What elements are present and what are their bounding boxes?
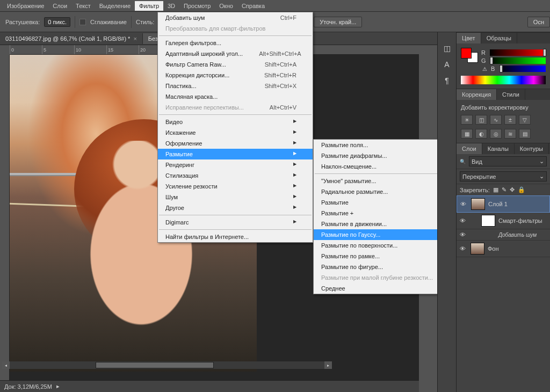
menu-item[interactable]: Галерея фильтров... [158,38,313,48]
history-icon[interactable]: ◫ [442,43,452,54]
layer-thumbnail[interactable] [481,215,495,227]
layer-name[interactable]: Слой 1 [488,201,508,207]
tab-paths[interactable]: Контуры [515,143,549,154]
gamut-warning-icon[interactable]: ⚠ [481,66,488,72]
menu-item[interactable]: Найти фильтры в Интернете... [158,231,313,242]
submenu-item[interactable]: Размытие по поверхности... [314,240,447,251]
visibility-icon[interactable]: 👁 [460,201,468,207]
menu-item[interactable]: Digimarc [158,217,313,228]
curves-icon[interactable]: ∿ [490,115,502,125]
layer-row[interactable]: 👁Добавить шум [457,229,550,241]
tab-layers[interactable]: Слои [457,143,482,154]
menu-item[interactable]: Шум [158,192,313,202]
submenu-item[interactable]: Размытие по фигуре... [314,262,447,272]
menu-item[interactable]: Искажение [158,127,313,138]
levels-icon[interactable]: ◫ [475,115,487,125]
layer-row[interactable]: 👁Слой 1 [457,195,550,213]
tab-swatches[interactable]: Образцы [481,33,517,43]
scroll-left-icon[interactable]: ◂ [2,361,10,369]
tab-channels[interactable]: Каналы [482,143,515,154]
brightness-icon[interactable]: ☀ [461,115,473,125]
layer-row[interactable]: 👁Смарт-фильтры [457,213,550,229]
layer-filter-dropdown[interactable]: Вид⌄ [469,156,547,166]
tab-color[interactable]: Цвет [457,33,481,43]
menu-item[interactable]: Добавить шумCtrl+F [158,12,313,23]
b-slider[interactable] [500,66,546,72]
submenu-item[interactable]: Размытие [314,197,447,208]
lock-pixels-icon[interactable]: ▦ [493,186,498,193]
submenu-item[interactable]: Размытие диафрагмы... [314,150,447,161]
menu-item[interactable]: Пластика...Shift+Ctrl+X [158,81,313,91]
scrollbar-horizontal[interactable]: ◂ ▸ [10,361,332,369]
menu-item[interactable]: Видео [158,117,313,127]
close-icon[interactable]: × [133,35,136,42]
menu-item[interactable]: Адаптивный широкий угол...Alt+Shift+Ctrl… [158,48,313,59]
photo-filter-icon[interactable]: ◎ [490,129,502,139]
lock-all-icon[interactable]: 🔒 [518,186,525,193]
lock-brush-icon[interactable]: ✎ [502,186,506,193]
menu-item[interactable]: Оформление [158,138,313,149]
visibility-icon[interactable]: 👁 [460,231,467,238]
submenu-item[interactable]: Размытие в движении... [314,219,447,229]
foreground-swatch[interactable] [461,48,472,59]
menu-выделение[interactable]: Выделение [95,1,135,11]
mixer-icon[interactable]: ≋ [504,129,516,139]
lookup-icon[interactable]: ▤ [519,129,531,139]
color-swatches[interactable] [461,48,478,72]
menu-текст[interactable]: Текст [71,1,95,11]
layer-name[interactable]: Смарт-фильтры [498,217,542,224]
tab-adjustments[interactable]: Коррекция [457,89,497,100]
ruler-vertical[interactable] [0,55,10,381]
lock-move-icon[interactable]: ✥ [510,186,515,193]
antialias-checkbox[interactable] [79,19,86,25]
scroll-thumb[interactable] [96,362,214,368]
right-button[interactable]: Осн [527,17,550,27]
menu-item[interactable]: Фильтр Camera Raw...Shift+Ctrl+A [158,59,313,70]
g-slider[interactable] [490,57,546,64]
scroll-right-icon[interactable]: ▸ [324,361,332,369]
layer-thumbnail[interactable] [471,243,484,255]
menu-фильтр[interactable]: Фильтр [135,1,163,11]
submenu-item[interactable]: Наклон-смещение... [314,161,447,172]
submenu-item[interactable]: Радиальное размытие... [314,186,447,197]
r-slider[interactable] [490,49,546,56]
document-tab[interactable]: 03110496827.jpg @ 66,7% (Слой 1, RGB/8#)… [0,33,143,44]
submenu-item[interactable]: Размытие поля... [314,140,447,150]
menu-слои[interactable]: Слои [48,1,71,11]
paragraph-icon[interactable]: ¶ [442,75,452,86]
menu-item[interactable]: Размытие [158,149,313,159]
feather-input[interactable]: 0 пикс. [44,17,70,27]
exposure-icon[interactable]: ± [504,115,516,125]
hue-icon[interactable]: ▦ [461,129,473,139]
submenu-item[interactable]: Размытие по рамке... [314,251,447,262]
menu-справка[interactable]: Справка [237,1,269,11]
menu-изображение[interactable]: Изображение [3,1,48,11]
search-icon[interactable]: 🔍 [460,159,466,164]
submenu-item[interactable]: "Умное" размытие... [314,176,447,186]
menu-просмотр[interactable]: Просмотр [179,1,215,11]
menu-item[interactable]: Другое [158,202,313,213]
tab-styles[interactable]: Стили [497,89,525,100]
menu-окно[interactable]: Окно [215,1,237,11]
visibility-icon[interactable]: 👁 [460,245,467,252]
layer-row[interactable]: 👁Фон [457,241,550,257]
menu-item[interactable]: Масляная краска... [158,91,313,102]
bw-icon[interactable]: ◐ [475,129,487,139]
menu-item[interactable]: Стилизация [158,170,313,181]
spectrum-bar[interactable] [461,76,546,84]
submenu-item[interactable]: Размытие + [314,208,447,219]
menu-item[interactable]: Коррекция дисторсии...Shift+Ctrl+R [158,70,313,81]
vibrance-icon[interactable]: ▽ [519,115,531,125]
submenu-item[interactable]: Среднее [314,283,447,294]
layer-name[interactable]: Фон [488,245,499,252]
menu-3d[interactable]: 3D [163,1,179,11]
submenu-item[interactable]: Размытие по Гауссу... [314,229,447,240]
menu-item[interactable]: Усиление резкости [158,181,313,192]
status-arrow-icon[interactable]: ▸ [56,383,60,390]
menu-item[interactable]: Рендеринг [158,159,313,170]
refine-edge-button[interactable]: Уточн. край... [314,17,362,27]
character-icon[interactable]: A [442,59,452,70]
blend-mode-dropdown[interactable]: Перекрытие⌄ [460,171,547,182]
visibility-icon[interactable]: 👁 [460,217,467,224]
layer-thumbnail[interactable] [471,198,485,210]
